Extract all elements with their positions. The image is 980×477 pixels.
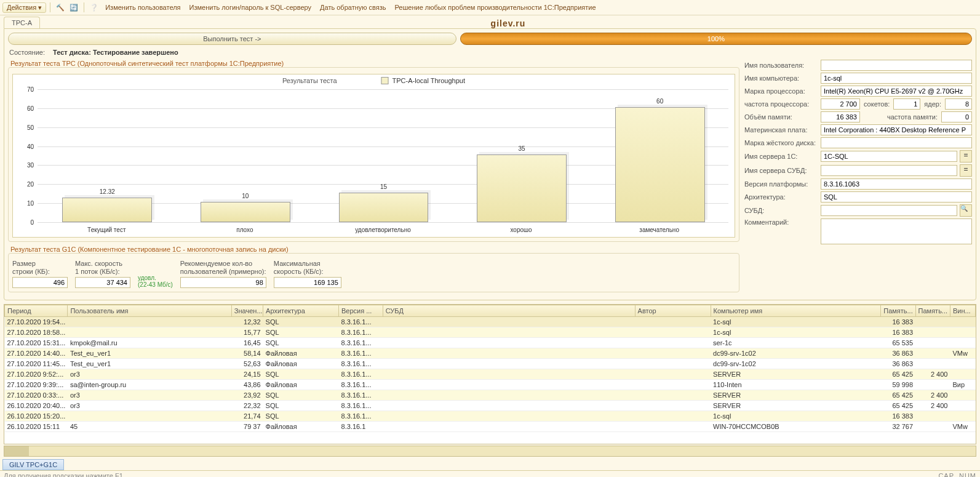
status-line: Состояние: Тест диска: Тестирование заве… bbox=[9, 49, 971, 56]
inp-ramfreq[interactable] bbox=[941, 111, 972, 122]
eq-button-1c[interactable]: = bbox=[960, 150, 972, 162]
g1c-fieldset-title: Результат теста G1C (Компонентное тестир… bbox=[8, 246, 291, 253]
table-row[interactable]: 26.10.2020 15:114579 37Файловая8.3.16.1W… bbox=[5, 422, 976, 432]
chevron-down-icon: ▾ bbox=[38, 4, 42, 12]
g1c-maxspeed-label: Макс. скорость 1 поток (КБ/с): bbox=[75, 260, 130, 276]
lab-user: Имя пользователя: bbox=[744, 62, 818, 69]
legend-series: TPC-A-local Throughput bbox=[392, 77, 465, 84]
inp-srv1c[interactable] bbox=[821, 151, 957, 162]
status-label: Состояние: bbox=[9, 49, 45, 56]
table-header[interactable]: Компьютер имя bbox=[711, 305, 881, 317]
inp-hdd[interactable] bbox=[821, 137, 972, 148]
table-header[interactable]: Память... bbox=[881, 305, 915, 317]
g1c-rowsize-label: Размер строки (КБ): bbox=[12, 260, 68, 276]
status-value: Тест диска: Тестирование завершено bbox=[53, 49, 178, 56]
inp-user[interactable] bbox=[821, 60, 972, 71]
g1c-recusers-input[interactable] bbox=[180, 277, 266, 288]
eq-button-db[interactable]: = bbox=[960, 164, 972, 177]
table-row[interactable]: 27.10.2020 19:54...12,32SQL8.3.16.1...1c… bbox=[5, 317, 976, 327]
table-header[interactable]: Автор bbox=[635, 305, 711, 317]
inp-cores[interactable] bbox=[945, 98, 972, 110]
table-row[interactable]: 27.10.2020 9:39:...sa@inten-group.ru43,8… bbox=[5, 380, 976, 390]
actions-menu[interactable]: Действия▾ bbox=[2, 2, 46, 13]
lab-cores: ядер: bbox=[923, 100, 942, 108]
g1c-maxspeed-input[interactable] bbox=[75, 277, 130, 288]
table-row[interactable]: 27.10.2020 14:40...Test_eu_ver158,14Файл… bbox=[5, 348, 976, 359]
g1c-maxspeed2-label: Максимальная скорость (КБ/с): bbox=[274, 260, 341, 276]
table-header[interactable]: СУБД bbox=[383, 305, 635, 317]
table-row[interactable]: 27.10.2020 0:33:...or323,92SQL8.3.16.1..… bbox=[5, 390, 976, 401]
lab-ram: Объём памяти: bbox=[744, 113, 818, 121]
chart-title: Результаты теста bbox=[282, 77, 337, 84]
inp-srvdb[interactable] bbox=[821, 165, 957, 176]
lab-srvdb: Имя сервера СУБД: bbox=[744, 167, 818, 174]
table-row[interactable]: 27.10.2020 9:52:...or324,15SQL8.3.16.1..… bbox=[5, 369, 976, 380]
tpc-chart: Результаты теста TPC-A-local Throughput … bbox=[12, 74, 735, 238]
help-icon[interactable]: ❔ bbox=[88, 1, 100, 14]
table-row[interactable]: 26.10.2020 15:20...21,74SQL8.3.16.1...1c… bbox=[5, 411, 976, 422]
g1c-rowsize-input[interactable] bbox=[12, 277, 68, 288]
lab-computer: Имя компьютера: bbox=[744, 74, 818, 82]
inp-arch[interactable] bbox=[821, 191, 972, 202]
lab-srv1c: Имя сервера 1С: bbox=[744, 153, 818, 160]
inp-ram[interactable] bbox=[821, 111, 860, 122]
table-header[interactable]: Память... bbox=[915, 305, 950, 317]
inp-mobo[interactable] bbox=[821, 124, 972, 135]
results-table-wrap[interactable]: ПериодПользователь имяЗначен...Архитекту… bbox=[4, 304, 976, 444]
table-row[interactable]: 26.10.2020 20:40...or322,32SQL8.3.16.1..… bbox=[5, 401, 976, 411]
link-change-user[interactable]: Изменить пользователя bbox=[102, 2, 184, 12]
caps-indicator: CAP bbox=[938, 472, 954, 477]
table-header[interactable]: Архитектура bbox=[263, 305, 339, 317]
g1c-maxspeed2-input[interactable] bbox=[274, 277, 341, 288]
tab-tpca[interactable]: TPC-A bbox=[4, 17, 40, 28]
status-hint: Для получения подсказки нажмите F1 bbox=[4, 472, 123, 477]
bottom-tab[interactable]: GILV TPC+G1C bbox=[2, 459, 64, 470]
link-feedback[interactable]: Дать обратную связь bbox=[316, 2, 389, 12]
actions-label: Действия bbox=[7, 4, 36, 11]
inp-sockets[interactable] bbox=[893, 98, 920, 110]
lab-dbms: СУБД: bbox=[744, 207, 818, 214]
inp-cpufreq[interactable] bbox=[821, 98, 860, 110]
lab-platver: Версия платформы: bbox=[744, 180, 818, 188]
run-test-button[interactable]: Выполнить тест -> bbox=[8, 33, 456, 45]
table-header[interactable]: Период bbox=[5, 305, 68, 317]
search-icon[interactable]: 🔍 bbox=[960, 204, 972, 217]
link-solution[interactable]: Решение любых проблем производительности… bbox=[391, 2, 600, 12]
table-header[interactable]: Значен... bbox=[231, 305, 263, 317]
progress-bar: 100% bbox=[460, 33, 972, 45]
hammer-icon[interactable]: 🔨 bbox=[54, 1, 66, 14]
inp-comment[interactable] bbox=[821, 218, 972, 244]
tpc-fieldset-title: Результат теста TPC (Однопоточный синтет… bbox=[8, 60, 286, 67]
legend-swatch bbox=[381, 77, 389, 84]
lab-arch: Архитектура: bbox=[744, 193, 818, 201]
table-header[interactable]: Пользователь имя bbox=[68, 305, 231, 317]
refresh-icon[interactable]: 🔄 bbox=[68, 1, 80, 14]
lab-comment: Комментарий: bbox=[744, 218, 818, 226]
lab-hdd: Марка жёсткого диска: bbox=[744, 139, 818, 146]
g1c-recusers-label: Рекомендуемое кол-во пользователей (прим… bbox=[180, 260, 266, 276]
g1c-note: удовл. (22-43 Мб/с) bbox=[138, 275, 173, 288]
lab-mobo: Материнская плата: bbox=[744, 126, 818, 134]
inp-cpu[interactable] bbox=[821, 86, 972, 97]
table-row[interactable]: 27.10.2020 15:31...kmpok@mail.ru16,45SQL… bbox=[5, 338, 976, 348]
lab-cpufreq: частота процессора: bbox=[744, 100, 818, 108]
table-header[interactable]: Версия ... bbox=[339, 305, 383, 317]
table-row[interactable]: 27.10.2020 18:58...15,77SQL8.3.16.1...1c… bbox=[5, 327, 976, 338]
num-indicator: NUM bbox=[959, 472, 976, 477]
inp-computer[interactable] bbox=[821, 73, 972, 84]
table-row[interactable]: 27.10.2020 11:45...Test_eu_ver152,63Файл… bbox=[5, 359, 976, 369]
results-table: ПериодПользователь имяЗначен...Архитекту… bbox=[4, 305, 976, 432]
lab-cpu: Марка процессора: bbox=[744, 87, 818, 95]
table-header[interactable]: Вин... bbox=[950, 305, 975, 317]
link-change-login[interactable]: Изменить логин/пароль к SQL-серверу bbox=[186, 2, 316, 12]
horizontal-scrollbar[interactable] bbox=[4, 446, 976, 457]
brand-label: gilev.ru bbox=[40, 18, 976, 28]
lab-ramfreq: частота памяти: bbox=[886, 113, 939, 121]
inp-platver[interactable] bbox=[821, 178, 972, 190]
inp-dbms[interactable] bbox=[821, 205, 957, 216]
lab-sockets: сокетов: bbox=[862, 100, 891, 108]
